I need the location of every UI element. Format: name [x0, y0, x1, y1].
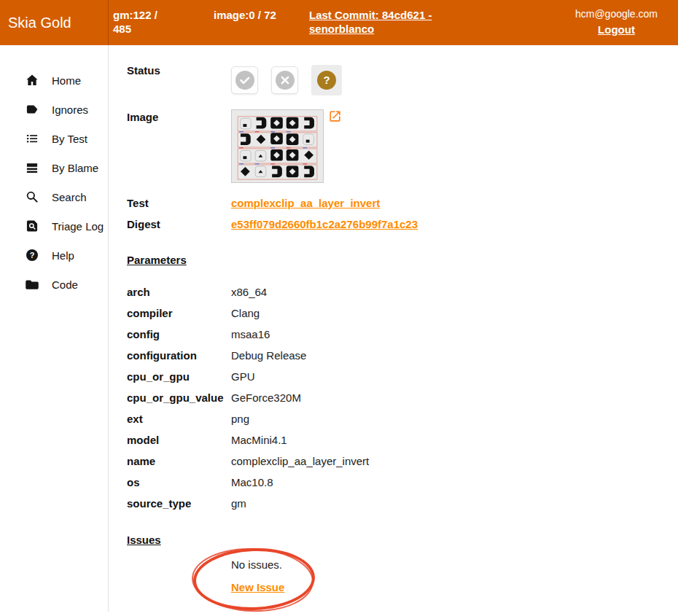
svg-text:?: ?	[30, 251, 35, 260]
parameters-heading: Parameters	[127, 254, 678, 266]
gm-counter: gm:122 / 485	[113, 8, 170, 36]
status-label: Status	[127, 63, 231, 77]
user-email: hcm@google.com	[575, 8, 658, 20]
param-row: cpu_or_gpu_valueGeForce320M	[127, 387, 678, 408]
home-icon	[25, 73, 39, 87]
param-row: modelMacMini4.1	[127, 429, 678, 451]
top-header: Skia Gold gm:122 / 485 image:0 / 72 Last…	[0, 0, 678, 45]
issues-section: No issues. New Issue	[231, 558, 678, 594]
sidebar-item-search[interactable]: Search	[0, 182, 108, 211]
sidebar-item-triage-log[interactable]: Triage Log	[0, 211, 108, 241]
svg-text:?: ?	[323, 74, 330, 86]
open-image-icon[interactable]	[328, 109, 342, 123]
image-counter: image:0 / 72	[214, 8, 276, 22]
skia-gold-page: Skia Gold gm:122 / 485 image:0 / 72 Last…	[0, 0, 678, 616]
sidebar-item-label: Code	[52, 278, 78, 291]
sidebar-item-home[interactable]: Home	[0, 66, 108, 95]
status-untriaged-button[interactable]: ?	[311, 65, 342, 95]
param-row: source_typegm	[127, 493, 678, 514]
param-row: extpng	[127, 408, 678, 429]
status-button-group: ?	[231, 66, 342, 95]
list-icon	[25, 131, 39, 146]
sidebar-item-label: Search	[52, 191, 87, 203]
param-row: configurationDebug Release	[127, 345, 678, 366]
app-title: Skia Gold	[8, 0, 71, 45]
sidebar-item-label: By Test	[52, 133, 87, 145]
sidebar-item-label: Home	[52, 74, 81, 87]
param-row: osMac10.8	[127, 472, 678, 493]
param-row: compilerClang	[127, 303, 678, 324]
sidebar-item-by-test[interactable]: By Test	[0, 124, 108, 153]
headline-bars-icon	[25, 160, 39, 175]
digest-label: Digest	[127, 218, 231, 230]
sidebar-item-label: Help	[52, 249, 74, 262]
search-icon	[25, 190, 39, 204]
sidebar-item-help[interactable]: ? Help	[0, 241, 108, 270]
parameters-table: archx86_64 compilerClang configmsaa16 co…	[127, 281, 678, 514]
sidebar: Home Ignores By Test	[0, 45, 109, 612]
image-label: Image	[127, 109, 231, 123]
test-link[interactable]: complexclip_aa_layer_invert	[231, 197, 380, 209]
digest-link[interactable]: e53ff079d2660fb1c2a276b99f7a1c23	[231, 218, 418, 230]
digest-detail: Status ?	[109, 45, 678, 616]
new-issue-link[interactable]: New Issue	[231, 581, 284, 593]
folder-icon	[25, 277, 39, 292]
sidebar-item-label: Ignores	[52, 104, 88, 116]
param-row: cpu_or_gpuGPU	[127, 366, 678, 387]
question-circle-icon: ?	[317, 71, 336, 90]
no-issues-text: No issues.	[231, 558, 678, 571]
header-divider	[108, 0, 109, 45]
cancel-circle-icon	[276, 71, 295, 90]
sidebar-item-code[interactable]: Code	[0, 270, 108, 299]
last-commit-link[interactable]: Last Commit: 84cd621 - senorblanco	[309, 8, 442, 36]
account-area: hcm@google.com Logout	[575, 8, 658, 36]
sidebar-item-ignores[interactable]: Ignores	[0, 95, 108, 124]
issues-heading: Issues	[127, 534, 678, 546]
param-row: archx86_64	[127, 281, 678, 303]
sidebar-item-label: Triage Log	[52, 220, 104, 233]
status-positive-button[interactable]	[231, 66, 258, 94]
help-icon: ?	[25, 248, 39, 262]
param-row: configmsaa16	[127, 324, 678, 345]
param-row: namecomplexclip_aa_layer_invert	[127, 451, 678, 472]
logout-link[interactable]: Logout	[598, 23, 635, 36]
sidebar-item-by-blame[interactable]: By Blame	[0, 153, 108, 182]
test-label: Test	[127, 197, 231, 209]
sidebar-item-label: By Blame	[52, 162, 98, 174]
check-circle-icon	[235, 71, 254, 90]
status-negative-button[interactable]	[271, 66, 298, 94]
page-search-icon	[25, 219, 39, 233]
digest-thumbnail-image[interactable]	[231, 109, 324, 183]
label-icon	[25, 102, 39, 117]
